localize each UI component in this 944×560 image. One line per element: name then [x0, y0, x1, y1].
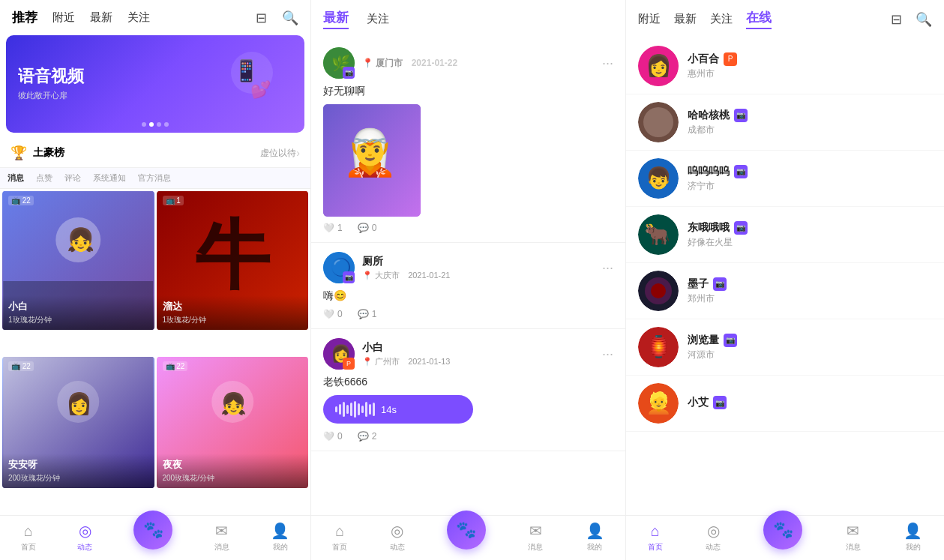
- online-user-info-3: 呜呜呜呜 📷 济宁市: [688, 165, 748, 193]
- feed-more-3[interactable]: ···: [602, 346, 613, 362]
- online-item-mozi[interactable]: 墨子 📷 郑州市: [626, 263, 944, 319]
- online-item-xiaoai[interactable]: 👱 小艾 📷: [626, 376, 944, 432]
- grid-price-2: 1玫瑰花/分钟: [163, 315, 303, 325]
- grid-item-anan[interactable]: 👩 📺 22 安安呀 200玫瑰花/分钟: [2, 357, 154, 488]
- comment-button-2[interactable]: 💬 1: [358, 309, 377, 319]
- right-nav-follow[interactable]: 关注: [710, 12, 733, 26]
- feed-more-2[interactable]: ···: [602, 260, 613, 276]
- notif-messages[interactable]: 消息: [7, 172, 24, 184]
- online-badge-2: 📷: [734, 109, 748, 122]
- grid-item-yeye[interactable]: 👧 📺 22 夜夜 200玫瑰花/分钟: [157, 357, 309, 488]
- mid-bnav-messages[interactable]: ✉ 消息: [528, 522, 543, 553]
- online-name-row-3: 呜呜呜呜 📷: [688, 165, 748, 178]
- svg-text:🐂: 🐂: [644, 222, 670, 247]
- notif-comments[interactable]: 评论: [64, 172, 81, 184]
- bnav-center-button[interactable]: 🐾: [133, 511, 172, 550]
- mid-bnav-center[interactable]: 🐾: [447, 511, 486, 550]
- like-button-1[interactable]: 🤍 1: [323, 223, 343, 233]
- dot-3: [157, 122, 161, 127]
- right-filter-icon[interactable]: ⊟: [891, 11, 902, 28]
- dot-2: [149, 122, 154, 127]
- grid-item-xiaobo[interactable]: 👧 📺 22 小白 1玫瑰花/分钟: [2, 191, 154, 330]
- nav-推荐[interactable]: 推荐: [12, 9, 37, 26]
- notif-likes[interactable]: 点赞: [36, 172, 52, 184]
- feed-more-1[interactable]: ···: [602, 55, 613, 71]
- bnav-messages[interactable]: ✉ 消息: [214, 522, 229, 553]
- online-name-row-6: 浏览量 📷: [688, 334, 737, 347]
- online-item-dong[interactable]: 🐂 东哦哦哦 📷 好像在火星: [626, 207, 944, 263]
- online-item-wuwu[interactable]: 👦 呜呜呜呜 📷 济宁市: [626, 151, 944, 207]
- feed-header-1: 🌿 📷 📍 厦门市 2021-01-22 ···: [323, 47, 613, 79]
- grid-overlay-3: 安安呀 200玫瑰花/分钟: [2, 454, 154, 488]
- right-nav-nearby[interactable]: 附近: [638, 12, 661, 26]
- feed-meta-3: 📍 广州市 2021-01-13: [362, 356, 595, 367]
- bnav-home-label: 首页: [21, 542, 36, 553]
- right-profile-icon: 👤: [904, 522, 922, 540]
- right-bnav-center[interactable]: 🐾: [763, 511, 802, 550]
- mid-bnav-profile[interactable]: 👤 我的: [586, 522, 604, 553]
- comment-button-3[interactable]: 💬 2: [358, 431, 377, 442]
- feed-info-3: 小白 📍 广州市 2021-01-13: [362, 341, 595, 367]
- nav-最新[interactable]: 最新: [90, 10, 112, 25]
- online-location-6: 河源市: [688, 349, 737, 361]
- grid-name-4: 夜夜: [163, 458, 303, 472]
- online-users-list: 👩 小百合 P 惠州市 哈哈核桃: [626, 38, 944, 515]
- online-item-liulan[interactable]: 🏮 浏览量 📷 河源市: [626, 319, 944, 376]
- panel-left: 推荐 附近 最新 关注 ⊟ 🔍 语音视频 彼此敞开心扉 📱 💕 🏆: [0, 0, 311, 560]
- svg-text:💕: 💕: [250, 79, 271, 100]
- mid-bnav-profile-label: 我的: [587, 542, 602, 553]
- left-bottom-nav: ⌂ 首页 ◎ 动态 🐾 ✉ 消息 👤 我的: [0, 515, 310, 560]
- avatar-mozi: [638, 271, 679, 311]
- bnav-dynamic[interactable]: ◎ 动态: [77, 522, 92, 553]
- right-nav-latest[interactable]: 最新: [674, 12, 697, 26]
- mid-bnav-home[interactable]: ⌂ 首页: [332, 523, 347, 553]
- bnav-home[interactable]: ⌂ 首页: [21, 523, 36, 553]
- right-bnav-messages[interactable]: ✉ 消息: [846, 522, 861, 553]
- online-name-7: 小艾: [688, 396, 709, 409]
- online-badge-1: P: [724, 52, 737, 66]
- like-button-3[interactable]: 🤍 0: [323, 431, 343, 442]
- svg-text:👧: 👧: [220, 391, 247, 416]
- feed-text-3: 老铁6666: [323, 376, 613, 389]
- right-bnav-profile[interactable]: 👤 我的: [904, 522, 922, 553]
- online-location-2: 成都市: [688, 124, 748, 136]
- like-button-2[interactable]: 🤍 0: [323, 309, 343, 319]
- mid-nav-follow[interactable]: 关注: [367, 12, 389, 26]
- grid-overlay-2: 溜达 1玫瑰花/分钟: [157, 295, 309, 330]
- voice-message[interactable]: 14s: [323, 395, 473, 424]
- heart-icon-3: 🤍: [323, 431, 334, 442]
- filter-icon[interactable]: ⊟: [256, 10, 267, 26]
- mid-bnav-dynamic[interactable]: ◎ 动态: [390, 522, 405, 553]
- avatar-badge-3: P: [343, 358, 355, 370]
- svg-text:👱: 👱: [646, 391, 672, 415]
- ranking-bar[interactable]: 🏆 土豪榜 虚位以待 ›: [0, 139, 310, 168]
- online-item-hahh[interactable]: 哈哈核桃 📷 成都市: [626, 94, 944, 151]
- right-bnav-home[interactable]: ⌂ 首页: [648, 523, 663, 553]
- feed-scroll: 🌿 📷 📍 厦门市 2021-01-22 ··· 好无聊啊: [311, 38, 625, 515]
- comment-button-1[interactable]: 💬 0: [358, 223, 377, 233]
- bnav-profile[interactable]: 👤 我的: [271, 522, 289, 553]
- mid-bottom-nav: ⌂ 首页 ◎ 动态 🐾 ✉ 消息 👤 我的: [311, 515, 625, 560]
- feed-text-1: 好无聊啊: [323, 85, 613, 98]
- online-location-1: 惠州市: [688, 67, 737, 80]
- right-top-nav: 附近 最新 关注 在线 ⊟ 🔍: [626, 0, 944, 38]
- online-item-xiaobaih[interactable]: 👩 小百合 P 惠州市: [626, 38, 944, 94]
- mid-nav-latest[interactable]: 最新: [323, 9, 349, 29]
- online-name-3: 呜呜呜呜: [688, 165, 730, 178]
- online-name-row-5: 墨子 📷: [688, 277, 727, 291]
- right-search-icon[interactable]: 🔍: [916, 11, 932, 28]
- nav-附近[interactable]: 附近: [52, 10, 75, 25]
- notif-system[interactable]: 系统通知: [93, 172, 126, 184]
- avatar-badge-1: 📷: [343, 67, 355, 79]
- search-icon[interactable]: 🔍: [282, 10, 298, 26]
- nav-关注[interactable]: 关注: [127, 10, 150, 25]
- right-bnav-dynamic[interactable]: ◎ 动态: [706, 522, 721, 553]
- right-nav-online[interactable]: 在线: [746, 9, 772, 29]
- notif-official[interactable]: 官方消息: [138, 172, 171, 184]
- grid-item-liuda[interactable]: 牛 📺 1 溜达 1玫瑰花/分钟: [157, 191, 309, 330]
- online-user-info-2: 哈哈核桃 📷 成都市: [688, 109, 748, 136]
- online-name-row-1: 小百合 P: [688, 52, 737, 66]
- profile-icon: 👤: [271, 522, 289, 540]
- online-badge-3: 📷: [734, 165, 748, 178]
- online-name-row-2: 哈哈核桃 📷: [688, 109, 748, 122]
